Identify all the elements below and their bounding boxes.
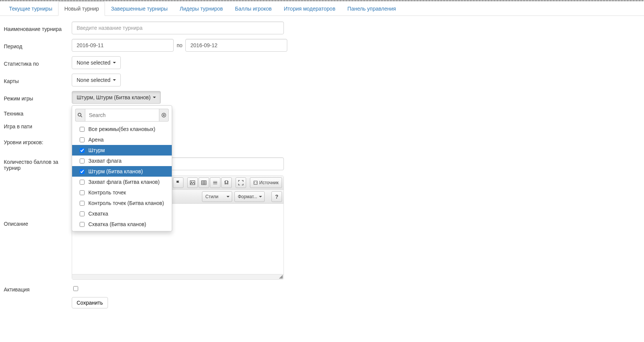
stats-dropdown-value: None selected — [77, 60, 111, 66]
maps-dropdown-value: None selected — [77, 77, 111, 83]
mode-label: Режим игры — [4, 93, 72, 102]
mode-option-checkbox[interactable] — [80, 137, 85, 142]
mode-option-label: Контроль точек (Битва кланов) — [88, 200, 164, 206]
caret-down-icon — [113, 79, 116, 81]
tab-3[interactable]: Лидеры турниров — [174, 2, 229, 16]
points-label: Количество баллов за турнир — [4, 157, 72, 171]
tab-0[interactable]: Текущие турниры — [3, 2, 58, 16]
tab-4[interactable]: Баллы игроков — [229, 2, 278, 16]
maps-dropdown[interactable]: None selected — [72, 74, 121, 86]
maximize-icon[interactable] — [236, 177, 246, 188]
mode-option-label: Захват флага — [88, 158, 122, 164]
mode-option-1[interactable]: Арена — [72, 134, 172, 145]
mode-option-label: Штурм — [88, 147, 105, 153]
tournament-name-input[interactable] — [72, 22, 284, 34]
game-mode-dropdown[interactable]: Штурм, Штурм (Битва кланов) — [72, 91, 161, 104]
horizontal-rule-icon[interactable] — [210, 177, 220, 188]
format-select[interactable]: Формат... — [234, 191, 265, 202]
mode-option-4[interactable]: Штурм (Битва кланов) — [72, 166, 172, 177]
levels-label: Уровни игроков: — [4, 137, 72, 145]
search-icon — [75, 109, 85, 122]
mode-option-checkbox[interactable] — [80, 211, 85, 216]
clear-search-icon[interactable] — [159, 109, 169, 122]
dropdown-search-input[interactable] — [85, 109, 159, 122]
svg-point-6 — [191, 182, 192, 183]
mode-option-label: Контроль точек — [88, 189, 126, 196]
mode-option-checkbox[interactable] — [80, 148, 85, 153]
tech-label: Техника — [4, 108, 72, 117]
period-label: Период — [4, 41, 72, 49]
mode-option-checkbox[interactable] — [80, 180, 85, 185]
activation-checkbox[interactable] — [73, 286, 78, 291]
svg-rect-7 — [202, 181, 206, 185]
stats-label: Статистика по — [4, 59, 72, 67]
mode-option-label: Арена — [88, 137, 103, 143]
mode-option-label: Все режимы(без клановых) — [88, 126, 156, 132]
mode-option-checkbox[interactable] — [80, 190, 85, 195]
save-button[interactable]: Сохранить — [72, 297, 108, 308]
game-mode-option-list: Все режимы(без клановых)АренаШтурмЗахват… — [72, 124, 172, 230]
activation-label: Активация — [4, 284, 72, 293]
tab-2[interactable]: Завершенные турниры — [105, 2, 174, 16]
tab-5[interactable]: Итория модераторов — [278, 2, 342, 16]
source-button[interactable]: Источник — [250, 177, 282, 188]
game-mode-dropdown-panel: Все режимы(без клановых)АренаШтурмЗахват… — [72, 105, 172, 231]
mode-option-checkbox[interactable] — [80, 159, 85, 163]
mode-option-9[interactable]: Схватка (Битва кланов) — [72, 219, 172, 230]
help-icon[interactable]: ? — [271, 191, 282, 202]
image-icon[interactable] — [187, 177, 198, 188]
stats-dropdown[interactable]: None selected — [72, 56, 121, 69]
special-char-icon[interactable]: Ω — [221, 177, 232, 188]
mode-option-8[interactable]: Схватка — [72, 208, 172, 219]
source-button-label: Источник — [259, 180, 279, 185]
mode-option-checkbox[interactable] — [80, 169, 85, 174]
mode-option-6[interactable]: Контроль точек — [72, 187, 172, 198]
caret-down-icon — [113, 62, 116, 63]
mode-option-7[interactable]: Контроль точек (Битва кланов) — [72, 198, 172, 208]
mode-option-2[interactable]: Штурм — [72, 145, 172, 156]
mode-option-checkbox[interactable] — [80, 127, 85, 132]
main-tabs: Текущие турнирыНовый турнирЗавершенные т… — [0, 2, 644, 16]
mode-option-checkbox[interactable] — [80, 201, 85, 206]
table-icon[interactable] — [199, 177, 209, 188]
mode-option-label: Схватка — [88, 211, 108, 217]
name-label: Наименование турнира — [4, 24, 72, 32]
mode-option-0[interactable]: Все режимы(без клановых) — [72, 124, 172, 134]
svg-point-0 — [78, 113, 81, 116]
svg-line-1 — [81, 116, 82, 117]
tournament-form: Наименование турнира Период по Статистик… — [0, 16, 644, 319]
caret-down-icon — [153, 97, 156, 98]
description-label: Описание — [4, 176, 72, 227]
maps-label: Карты — [4, 76, 72, 84]
party-label: Игра в пати — [4, 121, 72, 129]
period-from-input[interactable] — [72, 39, 174, 52]
mode-option-5[interactable]: Захват флага (Битва кланов) — [72, 177, 172, 187]
tab-1[interactable]: Новый турнир — [58, 2, 105, 16]
editor-resize-handle[interactable] — [72, 274, 283, 279]
flag-icon[interactable] — [173, 177, 183, 188]
mode-option-label: Захват флага (Битва кланов) — [88, 179, 160, 185]
tab-6[interactable]: Панель управления — [341, 2, 402, 16]
game-mode-dropdown-value: Штурм, Штурм (Битва кланов) — [77, 94, 151, 100]
period-separator: по — [174, 42, 185, 48]
period-to-input[interactable] — [185, 39, 287, 52]
mode-option-label: Штурм (Битва кланов) — [88, 168, 143, 174]
mode-option-3[interactable]: Захват флага — [72, 156, 172, 166]
styles-select[interactable]: Стили — [202, 191, 232, 202]
mode-option-label: Схватка (Битва кланов) — [88, 221, 146, 227]
mode-option-checkbox[interactable] — [80, 222, 85, 227]
